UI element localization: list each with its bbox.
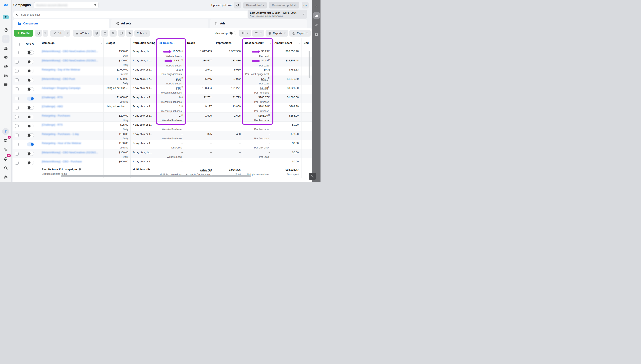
row-checkbox[interactable] [15, 88, 19, 91]
more-options-button[interactable]: ••• [302, 2, 309, 8]
tab-ad-sets[interactable]: Ad sets [111, 18, 208, 28]
campaign-name-link[interactable]: [Challenge] - RTS [42, 96, 103, 99]
sidebar-item-notifications[interactable]: 41 [2, 155, 10, 162]
clipboard-button[interactable] [93, 30, 100, 36]
review-and-publish-button[interactable]: Review and publish [269, 2, 299, 8]
row-checkbox[interactable] [15, 115, 19, 119]
refresh-button[interactable] [234, 2, 241, 8]
insights-rail-button[interactable] [313, 12, 320, 19]
sidebar-item-overview[interactable] [2, 26, 10, 34]
edit-rail-button[interactable] [313, 22, 320, 28]
date-range-picker[interactable]: Last 30 days: Mar 8, 2024 – Apr 6, 2024 … [248, 10, 307, 18]
close-panel-button[interactable] [313, 3, 320, 10]
campaign-toggle[interactable] [27, 152, 34, 156]
campaign-name-link[interactable]: [MelaninMoney] - CBO Push [42, 77, 103, 80]
account-selector[interactable]: Business account (blurred) [34, 2, 99, 9]
campaign-toggle[interactable] [27, 78, 34, 82]
campaign-toggle[interactable] [27, 106, 34, 110]
row-checkbox[interactable] [15, 134, 19, 137]
undo-button[interactable] [101, 30, 108, 36]
row-checkbox[interactable] [15, 142, 19, 146]
column-header-cost-per-result[interactable]: Cost per result [243, 38, 272, 48]
row-checkbox[interactable] [15, 69, 19, 73]
tab-campaigns[interactable]: Campaigns [13, 18, 109, 28]
row-checkbox[interactable] [15, 51, 19, 54]
select-all-checkbox[interactable] [16, 42, 20, 46]
sidebar-item-ads-manager[interactable] [2, 62, 10, 70]
campaign-toggle[interactable] [27, 142, 34, 146]
campaign-name-link[interactable]: Retargeting - Hour of the Webinar [42, 142, 103, 145]
campaign-name-link[interactable]: [Challenge] - RTS [42, 123, 103, 126]
column-header-results[interactable]: Results ↓ [157, 38, 185, 48]
campaign-toggle[interactable] [27, 50, 34, 54]
sidebar-item-search[interactable] [2, 164, 10, 172]
column-header-reach[interactable]: Reach [185, 38, 214, 48]
vertical-scrollbar[interactable] [309, 51, 310, 78]
sidebar-item-campaigns[interactable] [2, 35, 10, 43]
duplicate-menu-button[interactable] [43, 30, 48, 36]
row-checkbox[interactable] [15, 124, 19, 128]
search-input[interactable] [21, 13, 248, 16]
sidebar-item-all-tools[interactable] [2, 80, 10, 88]
export-button[interactable]: Export [289, 30, 311, 36]
campaign-toggle[interactable] [27, 115, 34, 119]
view-setup-toggle[interactable] [229, 31, 236, 35]
column-header-campaign[interactable]: Campaign [40, 38, 104, 48]
account-avatar[interactable]: T [3, 15, 9, 20]
row-checkbox[interactable] [15, 152, 19, 156]
campaign-name-link[interactable]: Advantage+ Shopping Campaign [42, 86, 103, 90]
tag-button[interactable] [126, 30, 133, 36]
campaign-toggle[interactable] [27, 124, 34, 128]
campaign-name-link[interactable]: [MelaninMoney] - CBO NewCreatives (02/26… [42, 59, 103, 62]
campaign-toggle[interactable] [27, 69, 34, 73]
campaign-toggle[interactable] [27, 96, 34, 100]
delete-button[interactable] [110, 30, 117, 36]
meta-logo-icon[interactable]: ∞ [4, 2, 8, 8]
campaign-name-link[interactable]: [MelaninMoney] - CBO NewCreatives (02/26… [42, 50, 103, 53]
column-header-impressions[interactable]: Impressions [214, 38, 243, 48]
sidebar-item-report-bug[interactable] [2, 173, 10, 181]
tab-ads[interactable]: Ads [210, 18, 307, 28]
campaign-toggle[interactable] [27, 161, 34, 165]
rules-button[interactable]: Rules [134, 30, 150, 36]
campaign-toggle[interactable] [27, 87, 34, 91]
column-header-end[interactable]: End [302, 38, 312, 48]
campaign-name-link[interactable]: [MelaninMoney] - CBO NewCreatives (02/26… [42, 151, 103, 154]
row-checkbox[interactable] [15, 60, 19, 64]
row-checkbox[interactable] [15, 78, 19, 82]
row-checkbox[interactable] [15, 161, 19, 165]
edit-menu-button[interactable] [65, 30, 70, 36]
row-checkbox[interactable] [15, 97, 19, 100]
column-header-attribution[interactable]: Attribution setting [131, 38, 157, 48]
edit-button[interactable]: Edit [50, 30, 65, 36]
campaign-name-link[interactable]: Retargeting - Purchases [42, 114, 103, 117]
discard-drafts-button[interactable]: Discard drafts [243, 2, 267, 8]
swap-placement-button[interactable] [118, 30, 125, 36]
row-checkbox[interactable] [15, 106, 19, 110]
search-bar[interactable] [13, 11, 250, 18]
call-support-button[interactable] [309, 173, 316, 180]
create-button[interactable]: + Create [14, 30, 33, 36]
ab-test-button[interactable]: A/B test [73, 30, 92, 36]
duplicate-button[interactable] [35, 30, 42, 36]
info-icon[interactable] [79, 168, 81, 171]
sidebar-item-billing[interactable] [2, 72, 10, 79]
campaign-name-link[interactable]: Retargeting - Day of the Webinar [42, 68, 103, 71]
campaign-name-link[interactable]: [MelaninMoney] - CBO - Purchase [42, 160, 103, 163]
sidebar-item-inbox[interactable]: 1 [2, 137, 10, 144]
sidebar-item-help[interactable]: ? [2, 128, 10, 135]
campaign-name-link[interactable]: Retargeting - Purchases - 1 day [42, 132, 103, 136]
sidebar-item-audiences[interactable] [2, 53, 10, 61]
column-header-budget[interactable]: Budget [104, 38, 131, 48]
horizontal-scrollbar[interactable] [61, 175, 251, 177]
columns-button[interactable] [239, 30, 251, 36]
column-header-amount-spent[interactable]: Amount spent [272, 38, 302, 48]
breakdown-button[interactable] [252, 30, 264, 36]
campaign-toggle[interactable] [27, 60, 34, 64]
history-rail-button[interactable] [313, 31, 320, 38]
reports-button[interactable]: Reports [266, 30, 288, 36]
sidebar-item-pages[interactable] [2, 44, 10, 52]
sidebar-item-settings[interactable] [2, 146, 10, 154]
campaign-name-link[interactable]: [Challenge] - ABO [42, 105, 103, 108]
campaign-toggle[interactable] [27, 133, 34, 137]
